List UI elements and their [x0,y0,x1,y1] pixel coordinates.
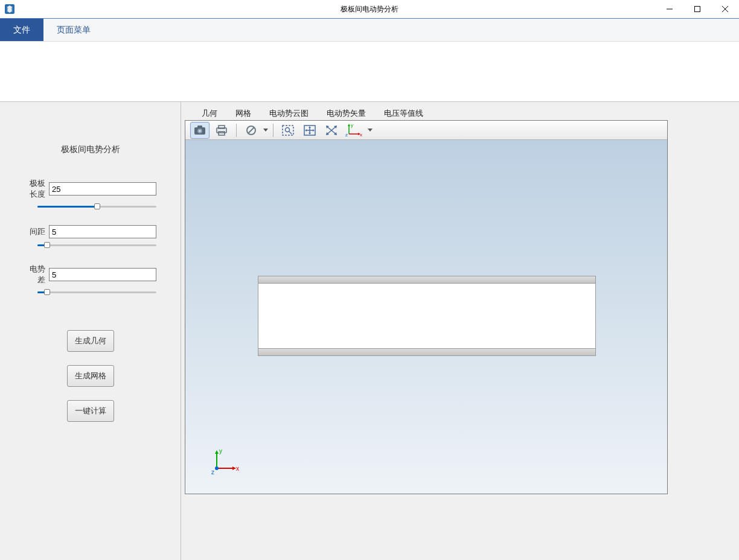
main-area: 极板间电势分析 极板长度 间距 电势差 生成几何 生成网格 一键计算 [0,102,739,560]
dropdown-icon[interactable] [262,129,269,132]
svg-rect-10 [219,126,225,129]
sidebar: 极板间电势分析 极板长度 间距 电势差 生成几何 生成网格 一键计算 [0,102,181,560]
maximize-button[interactable] [683,0,711,18]
svg-line-13 [248,127,254,133]
svg-marker-21 [309,126,311,128]
tab-geom[interactable]: 几何 [200,107,219,120]
minimize-button[interactable] [656,0,683,18]
forbid-icon[interactable] [242,122,261,139]
app-icon [1,1,18,18]
viewer-toolbar: y z x [185,121,667,140]
close-button[interactable] [711,0,739,18]
tab-mesh[interactable]: 网格 [234,107,252,120]
input-voltage[interactable] [49,268,156,281]
zoom-box-icon[interactable] [278,122,298,139]
viewer-tabs: 几何 网格 电动势云图 电动势矢量 电压等值线 [181,102,739,120]
compute-button[interactable]: 一键计算 [67,400,114,422]
window-controls [656,0,739,18]
svg-marker-22 [309,133,311,135]
svg-point-8 [199,130,201,132]
svg-line-17 [289,132,292,134]
tab-cloud[interactable]: 电动势云图 [268,107,310,120]
print-icon[interactable] [212,122,231,139]
tab-vector[interactable]: 电动势矢量 [325,107,367,120]
field-plate-length: 极板长度 [24,178,156,200]
svg-marker-32 [348,124,350,126]
orientation-triad: y z x [210,445,240,476]
slider-plate-length[interactable] [37,202,156,211]
svg-text:y: y [351,123,353,128]
label-plate-length: 极板长度 [24,178,45,200]
svg-text:x: x [360,132,362,138]
ribbon-area [0,42,739,102]
input-gap[interactable] [49,225,156,238]
plate-bottom [258,348,596,356]
axis-y-label: y [219,448,222,454]
svg-rect-2 [695,7,700,12]
viewer-box: y z x [185,120,735,548]
label-gap: 间距 [24,226,45,237]
titlebar: 极板间电动势分析 [0,0,739,19]
menu-page[interactable]: 页面菜单 [43,19,104,41]
svg-marker-14 [263,129,268,132]
viewer-pane: 几何 网格 电动势云图 电动势矢量 电压等值线 [181,102,739,560]
gen-geom-button[interactable]: 生成几何 [67,330,114,352]
menubar: 文件 页面菜单 [0,19,739,42]
svg-rect-6 [197,126,202,128]
axis-x-label: x [236,465,239,472]
plate-gap [258,284,596,348]
viewer-frame: y z x [185,120,668,494]
slider-voltage[interactable] [37,288,156,296]
sidebar-title: 极板间电势分析 [0,144,181,155]
toolbar-sep [236,124,237,137]
toolbar-sep [273,124,274,137]
svg-point-43 [215,466,219,470]
axes-icon[interactable]: y z x [344,122,365,139]
svg-marker-38 [368,129,373,132]
axis-z-label: z [211,469,214,476]
tab-contour[interactable]: 电压等值线 [383,107,424,120]
field-gap: 间距 [24,225,156,238]
plate-top [258,276,596,284]
svg-marker-24 [313,129,315,132]
svg-text:z: z [345,132,348,138]
slider-gap[interactable] [37,241,156,249]
svg-marker-40 [215,450,219,454]
input-plate-length[interactable] [49,182,156,196]
label-voltage: 电势差 [24,264,45,285]
field-voltage: 电势差 [24,264,156,285]
dropdown-icon[interactable] [366,129,374,132]
window-title: 极板间电动势分析 [341,4,398,14]
gen-mesh-button[interactable]: 生成网格 [67,365,114,387]
menu-file[interactable]: 文件 [0,19,43,41]
svg-rect-11 [219,132,225,135]
pan-icon[interactable] [300,122,319,139]
canvas-3d[interactable]: y z x [185,140,667,494]
camera-icon[interactable] [190,122,210,139]
action-buttons: 生成几何 生成网格 一键计算 [0,330,181,422]
svg-point-16 [286,127,290,132]
svg-marker-23 [305,129,307,132]
fit-icon[interactable] [322,122,341,139]
